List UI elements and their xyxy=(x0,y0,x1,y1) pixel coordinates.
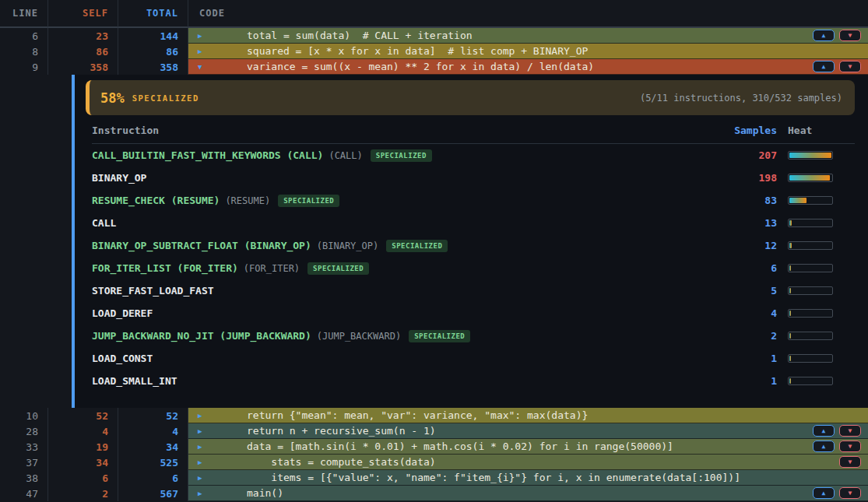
line-number: 6 xyxy=(0,28,48,44)
code-cell[interactable]: ▶ data = [math.sin(i * 0.01) + math.cos(… xyxy=(188,439,868,455)
self-samples: 6 xyxy=(48,470,118,486)
total-samples: 34 xyxy=(118,439,188,455)
column-header-code: CODE xyxy=(188,0,868,28)
samples-value: 198 xyxy=(691,172,777,184)
nav-up-button[interactable]: ▲ xyxy=(813,425,835,437)
total-samples: 86 xyxy=(118,44,188,59)
instruction-row: JUMP_BACKWARD_NO_JIT (JUMP_BACKWARD) (JU… xyxy=(92,325,855,347)
disclosure-triangle-icon[interactable]: ▶ xyxy=(198,47,209,55)
column-header-line: LINE xyxy=(0,0,48,28)
code-cell[interactable]: ▶ squared = [x * x for x in data] # list… xyxy=(188,44,868,59)
code-row[interactable]: 9 358 358 ▼ variance = sum((x - mean) **… xyxy=(0,59,868,75)
code-cell[interactable]: ▶ return {"mean": mean, "var": variance,… xyxy=(188,408,868,423)
specialized-badge: SPECIALIZED xyxy=(278,195,339,207)
disclosure-triangle-icon[interactable]: ▶ xyxy=(198,427,209,435)
code-row[interactable]: 37 34 525 ▶ stats = compute_stats(data) … xyxy=(0,455,868,470)
disclosure-triangle-icon[interactable]: ▶ xyxy=(198,474,209,482)
down-triangle-icon: ▼ xyxy=(849,33,852,39)
code-text: items = [{"value": x, "name": f"item_{i}… xyxy=(247,472,740,483)
code-cell[interactable]: ▶ main() ▲ ▼ xyxy=(188,486,868,501)
code-text: total = sum(data) # CALL + iteration xyxy=(247,30,473,41)
instruction-rows: CALL_BUILTIN_FAST_WITH_KEYWORDS (CALL) (… xyxy=(92,144,855,392)
heat-bar-fill xyxy=(789,333,791,339)
line-number: 37 xyxy=(0,455,48,470)
instruction-row: LOAD_CONST 1 xyxy=(92,347,855,370)
samples-value: 2 xyxy=(691,330,777,342)
heat-bar xyxy=(788,309,833,318)
line-detail-panel: 58% SPECIALIZED (5/11 instructions, 310/… xyxy=(0,75,868,408)
specialization-banner: 58% SPECIALIZED (5/11 instructions, 310/… xyxy=(86,80,855,115)
up-triangle-icon: ▲ xyxy=(822,444,826,450)
instruction-base-name: (CALL) xyxy=(329,150,362,161)
row-nav-buttons: ▲ ▼ xyxy=(813,28,861,43)
instruction-row: RESUME_CHECK (RESUME) (RESUME) SPECIALIZ… xyxy=(92,189,855,212)
code-cell[interactable]: ▶ stats = compute_stats(data) ▲ ▼ xyxy=(188,455,868,470)
samples-value: 4 xyxy=(691,307,777,319)
disclosure-triangle-icon[interactable]: ▶ xyxy=(198,32,209,40)
nav-up-button[interactable]: ▲ xyxy=(813,30,835,41)
code-row[interactable]: 6 23 144 ▶ total = sum(data) # CALL + it… xyxy=(0,28,868,44)
nav-down-button[interactable]: ▼ xyxy=(839,487,861,499)
code-row[interactable]: 10 52 52 ▶ return {"mean": mean, "var": … xyxy=(0,408,868,423)
disclosure-triangle-icon[interactable]: ▶ xyxy=(198,443,209,451)
line-number: 8 xyxy=(0,44,48,59)
nav-down-button[interactable]: ▼ xyxy=(839,456,861,468)
disclosure-triangle-icon[interactable]: ▶ xyxy=(198,412,209,420)
nav-up-button[interactable]: ▲ xyxy=(813,487,835,499)
nav-down-button[interactable]: ▼ xyxy=(839,30,861,41)
nav-up-button[interactable]: ▲ xyxy=(813,441,835,452)
samples-value: 83 xyxy=(691,195,777,206)
heat-bar xyxy=(788,241,833,250)
row-nav-buttons: ▲ ▼ xyxy=(813,59,861,74)
disclosure-triangle-icon[interactable]: ▶ xyxy=(198,458,209,466)
code-cell[interactable]: ▶ return n + recursive_sum(n - 1) ▲ ▼ xyxy=(188,423,868,439)
heat-bar-fill xyxy=(789,198,807,203)
code-row[interactable]: 33 19 34 ▶ data = [math.sin(i * 0.01) + … xyxy=(0,439,868,455)
nav-down-button[interactable]: ▼ xyxy=(839,425,861,437)
column-header-total: TOTAL xyxy=(118,0,188,28)
instruction-table-header: Instruction Samples Heat xyxy=(92,125,855,144)
line-number: 47 xyxy=(0,486,48,501)
self-samples: 358 xyxy=(48,59,118,75)
self-samples: 4 xyxy=(48,423,118,439)
heat-bar-fill xyxy=(789,265,791,271)
code-row[interactable]: 38 6 6 ▶ items = [{"value": x, "name": f… xyxy=(0,470,868,486)
self-samples: 86 xyxy=(48,44,118,59)
nav-down-button[interactable]: ▼ xyxy=(839,61,861,72)
nav-down-button[interactable]: ▼ xyxy=(839,441,861,452)
samples-value: 12 xyxy=(691,240,777,251)
code-row[interactable]: 8 86 86 ▶ squared = [x * x for x in data… xyxy=(0,44,868,59)
disclosure-triangle-icon[interactable]: ▶ xyxy=(198,490,209,497)
self-samples: 23 xyxy=(48,28,118,44)
disclosure-triangle-icon[interactable]: ▼ xyxy=(198,63,209,71)
instruction-base-name: (JUMP_BACKWARD) xyxy=(317,331,401,342)
instruction-row: LOAD_SMALL_INT 1 xyxy=(92,370,855,392)
total-samples: 4 xyxy=(118,423,188,439)
samples-value: 13 xyxy=(691,217,777,229)
samples-value: 207 xyxy=(691,149,777,161)
code-cell[interactable]: ▼ variance = sum((x - mean) ** 2 for x i… xyxy=(188,59,868,75)
column-header-self: SELF xyxy=(48,0,118,28)
code-cell[interactable]: ▶ items = [{"value": x, "name": f"item_{… xyxy=(188,470,868,486)
up-triangle-icon: ▲ xyxy=(822,428,826,434)
panel-gutter xyxy=(0,75,72,408)
nav-up-button[interactable]: ▲ xyxy=(813,61,835,72)
instruction-row: FOR_ITER_LIST (FOR_ITER) (FOR_ITER) SPEC… xyxy=(92,257,855,279)
code-row[interactable]: 28 4 4 ▶ return n + recursive_sum(n - 1)… xyxy=(0,423,868,439)
down-triangle-icon: ▼ xyxy=(849,444,852,450)
row-nav-buttons: ▲ ▼ xyxy=(813,486,861,500)
heat-bar xyxy=(788,332,833,340)
code-cell[interactable]: ▶ total = sum(data) # CALL + iteration ▲… xyxy=(188,28,868,44)
line-number: 33 xyxy=(0,439,48,455)
line-number: 9 xyxy=(0,59,48,75)
self-samples: 34 xyxy=(48,455,118,470)
line-number: 38 xyxy=(0,470,48,486)
instruction-row: BINARY_OP_SUBTRACT_FLOAT (BINARY_OP) (BI… xyxy=(92,234,855,257)
row-nav-buttons: ▲ ▼ xyxy=(813,439,861,454)
heat-bar xyxy=(788,196,833,205)
heat-column-header: Heat xyxy=(777,125,855,136)
instruction-name: LOAD_SMALL_INT xyxy=(92,375,177,387)
specialized-percent: 58% xyxy=(100,90,125,106)
instruction-name: LOAD_DEREF xyxy=(92,307,153,319)
code-row[interactable]: 47 2 567 ▶ main() ▲ ▼ xyxy=(0,486,868,501)
